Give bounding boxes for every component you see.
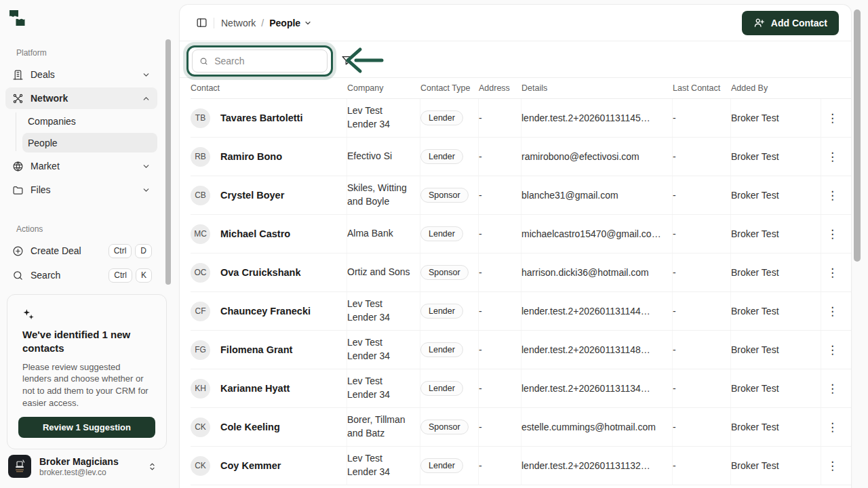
- row-menu-button[interactable]: ⋮: [821, 419, 844, 436]
- account-switcher[interactable]: Broker Magicians broker.test@lev.co: [8, 455, 157, 478]
- sidebar-item-market[interactable]: Market: [5, 155, 157, 177]
- create-deal-button[interactable]: Create Deal Ctrl D: [5, 240, 157, 262]
- table-row[interactable]: KH Karianne Hyatt Lev Test Lender 34 Len…: [191, 369, 851, 408]
- table-row[interactable]: CK Coy Kemmer Lev Test Lender 34 Lender …: [191, 447, 851, 485]
- contact-cell: CK Cole Keeling: [191, 408, 347, 446]
- sidebar-scrollbar[interactable]: [165, 39, 171, 285]
- company-cell: Lev Test Lender 34: [347, 369, 420, 407]
- search-box: [192, 49, 328, 73]
- contact-avatar: OC: [191, 263, 210, 283]
- table-row[interactable]: MC Michael Castro Alma Bank Lender - mic…: [191, 215, 851, 253]
- breadcrumb-people-dropdown[interactable]: People: [269, 18, 312, 28]
- kbd-d: D: [135, 244, 152, 258]
- contact-type-badge: Lender: [420, 381, 463, 396]
- panel-left-icon: [196, 17, 208, 28]
- search-action-button[interactable]: Search Ctrl K: [5, 264, 157, 286]
- row-menu-button[interactable]: ⋮: [821, 380, 844, 397]
- contact-cell: FG Filomena Grant: [191, 331, 347, 369]
- contact-type-cell: Lender: [420, 331, 479, 369]
- contact-type-cell: Lender: [420, 215, 479, 253]
- row-menu-button[interactable]: ⋮: [821, 264, 844, 281]
- column-header-added-by: Added By: [731, 83, 821, 93]
- contact-cell: KH Karianne Hyatt: [191, 369, 347, 407]
- add-contact-button[interactable]: Add Contact: [742, 11, 839, 35]
- contact-type-badge: Sponsor: [420, 188, 469, 203]
- contact-type-cell: Lender: [420, 369, 479, 407]
- contact-avatar: MC: [191, 224, 210, 244]
- sparkles-icon: [22, 308, 35, 321]
- address-cell: -: [479, 253, 521, 291]
- network-icon: [12, 93, 24, 104]
- added-by-cell: Broker Test: [731, 408, 821, 446]
- last-contact-cell: -: [673, 369, 731, 407]
- table-row[interactable]: CF Chauncey Franecki Lev Test Lender 34 …: [191, 292, 851, 331]
- details-cell: lender.test.2+202601131134…: [521, 369, 673, 407]
- sidebar-toggle-button[interactable]: [196, 17, 208, 28]
- chevron-down-icon: [142, 70, 151, 79]
- row-menu-button[interactable]: ⋮: [821, 226, 844, 243]
- search-input[interactable]: [214, 56, 320, 66]
- contact-name: Karianne Hyatt: [220, 383, 290, 394]
- contact-type-badge: Lender: [420, 342, 463, 357]
- chevron-down-icon: [304, 19, 312, 27]
- row-menu-button[interactable]: ⋮: [821, 187, 844, 204]
- table-row[interactable]: CB Crystel Boyer Skiles, Witting and Boy…: [191, 176, 851, 215]
- main-scrollbar[interactable]: [854, 9, 861, 262]
- breadcrumb: Network / People: [221, 18, 312, 28]
- kbd-k: K: [136, 268, 152, 283]
- address-cell: -: [479, 138, 521, 176]
- row-menu-button[interactable]: ⋮: [821, 148, 844, 165]
- sidebar-item-deals[interactable]: Deals: [5, 64, 157, 85]
- added-by-cell: Broker Test: [731, 369, 821, 407]
- details-cell: lender.test.2+202601131144…: [521, 292, 673, 330]
- contact-type-cell: Sponsor: [420, 408, 479, 446]
- sidebar-item-companies[interactable]: Companies: [22, 111, 157, 131]
- contact-type-cell: Lender: [420, 138, 479, 176]
- contact-type-badge: Lender: [420, 226, 463, 241]
- company-cell: Skiles, Witting and Boyle: [347, 176, 420, 214]
- address-cell: -: [479, 215, 521, 253]
- sidebar-item-files[interactable]: Files: [5, 179, 157, 201]
- last-contact-cell: -: [673, 253, 731, 291]
- contact-avatar: RB: [191, 147, 210, 167]
- company-cell: Lev Test Lender 34: [347, 447, 420, 485]
- row-menu-button[interactable]: ⋮: [821, 303, 844, 320]
- table-row[interactable]: FG Filomena Grant Lev Test Lender 34 Len…: [191, 331, 851, 369]
- table-row[interactable]: TB Tavares Bartoletti Lev Test Lender 34…: [191, 99, 851, 138]
- app-logo-icon: [8, 9, 26, 27]
- last-contact-cell: -: [673, 447, 731, 485]
- added-by-cell: Broker Test: [731, 99, 821, 137]
- row-menu-button[interactable]: ⋮: [821, 110, 844, 127]
- plus-circle-icon: [12, 245, 24, 257]
- details-cell: lender.test.2+202601131145…: [521, 99, 673, 137]
- chevron-down-icon: [142, 162, 151, 171]
- breadcrumb-separator: /: [261, 18, 264, 28]
- column-header-company: Company: [347, 83, 420, 93]
- contact-type-badge: Sponsor: [420, 265, 469, 280]
- contact-avatar: TB: [191, 108, 210, 128]
- row-menu-button[interactable]: ⋮: [821, 342, 844, 359]
- row-menu-button[interactable]: ⋮: [821, 458, 844, 474]
- sidebar-item-people[interactable]: People: [22, 133, 157, 152]
- details-cell: lender.test.2+202601131148…: [521, 331, 673, 369]
- filter-button[interactable]: [337, 50, 356, 69]
- contact-avatar: KH: [191, 379, 210, 399]
- table-row[interactable]: RB Ramiro Bono Efectivo Si Lender - rami…: [191, 138, 851, 176]
- address-cell: -: [479, 447, 521, 485]
- sidebar-item-network[interactable]: Network: [5, 87, 157, 109]
- address-cell: -: [479, 408, 521, 446]
- company-cell: Lev Test Lender 34: [347, 292, 420, 330]
- company-cell: Lev Test Lender 34: [347, 99, 420, 137]
- user-plus-icon: [753, 17, 765, 28]
- row-actions-cell: ⋮: [821, 253, 852, 291]
- breadcrumb-network[interactable]: Network: [221, 18, 256, 28]
- account-name: Broker Magicians: [39, 455, 119, 468]
- table-row[interactable]: CK Cole Keeling Borer, Tillman and Batz …: [191, 408, 851, 447]
- contact-name: Ova Cruickshank: [220, 267, 300, 278]
- review-suggestion-button[interactable]: Review 1 Suggestion: [18, 417, 155, 438]
- chevron-down-icon: [142, 186, 151, 195]
- sidebar: Platform Deals Network Companies People …: [0, 0, 163, 488]
- contact-avatar: CF: [191, 302, 210, 321]
- contact-type-badge: Lender: [420, 458, 463, 473]
- table-row[interactable]: OC Ova Cruickshank Ortiz and Sons Sponso…: [191, 253, 851, 292]
